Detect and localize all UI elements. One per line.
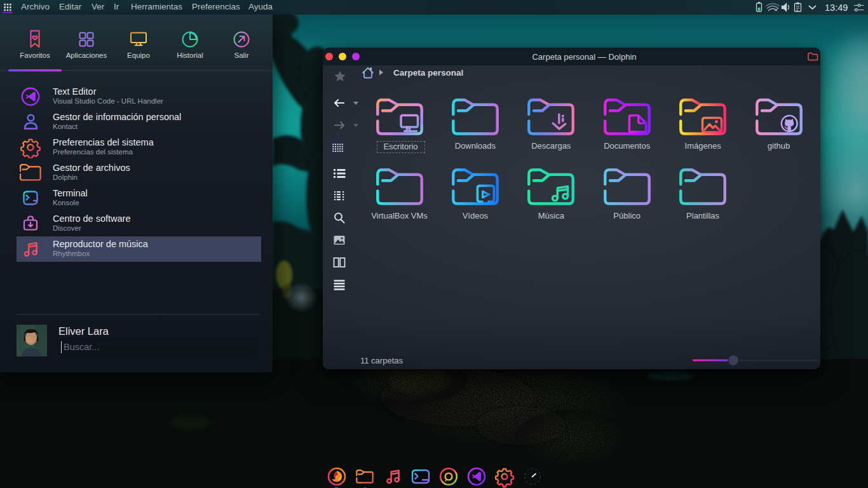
svg-text:13:49: 13:49 bbox=[825, 3, 848, 13]
